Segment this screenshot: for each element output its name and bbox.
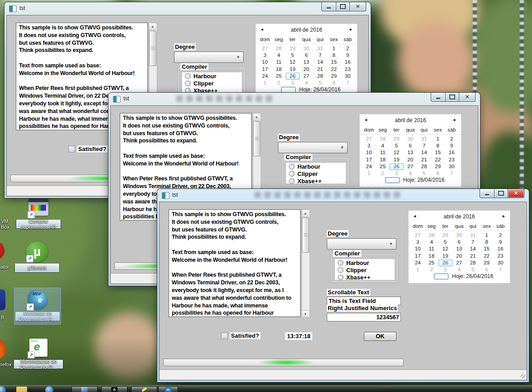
calendar-day[interactable]: 4 (272, 52, 286, 59)
calendar-day-grid[interactable]: 2728293031123456789101112131415161718192… (256, 44, 357, 86)
calendar-day[interactable]: 10 (258, 59, 272, 66)
satisfied-checkbox[interactable]: Satisfied? (68, 146, 108, 152)
calendar-day[interactable]: 6 (404, 142, 418, 149)
close-button[interactable]: ✕ (459, 93, 476, 102)
calendar-day[interactable]: 7 (417, 142, 431, 149)
calendar-day[interactable]: 16 (445, 149, 459, 156)
calendar-day[interactable]: 22 (431, 156, 445, 163)
calendar-day[interactable]: 31 (313, 45, 327, 52)
taskbar-button-in[interactable]: in (158, 386, 178, 392)
calendar-day[interactable]: 28 (466, 260, 480, 266)
calendar-day[interactable]: 23 (445, 156, 459, 163)
calendar-day[interactable]: 3 (362, 142, 376, 149)
calendar-day[interactable]: 8 (480, 239, 494, 246)
desktop-icon-label-ator[interactable]: ator (0, 264, 9, 270)
calendar-day[interactable]: 14 (313, 59, 327, 66)
calendar-day[interactable]: 20 (452, 253, 466, 260)
scrollbar-thumb[interactable] (149, 31, 156, 66)
calendar-day[interactable]: 12 (286, 59, 300, 66)
calendar-day[interactable]: 27 (452, 260, 466, 266)
window-tst-front[interactable]: tst ✕ This sample is to show GTWVG possi… (157, 189, 529, 382)
calendar-today-label[interactable]: Hoje: 26/04/2016 (452, 273, 493, 279)
browser-icon[interactable] (45, 386, 53, 392)
minimize-button[interactable] (321, 2, 336, 11)
calendar-day[interactable]: 4 (300, 80, 314, 86)
calendar-day[interactable]: 28 (417, 163, 431, 170)
minimize-button[interactable] (431, 93, 445, 102)
calendar-day[interactable]: 27 (300, 73, 314, 80)
radio-icon[interactable] (289, 171, 295, 177)
calendar-day[interactable]: 28 (425, 232, 439, 239)
calendar-day[interactable]: 28 (313, 73, 327, 80)
radio-option-xbase[interactable]: Xbase++ (338, 274, 395, 281)
calendar-day[interactable]: 16 (341, 59, 355, 66)
calendar-day[interactable]: 16 (494, 246, 508, 252)
calendar-day[interactable]: 12 (390, 149, 404, 156)
desktop-icon-label-refox[interactable]: refox (0, 362, 11, 368)
ok-button[interactable]: OK (364, 332, 396, 341)
calendar-day[interactable]: 24 (362, 163, 376, 170)
scroll-down-icon[interactable]: ▼ (302, 310, 309, 317)
scroll-up-icon[interactable]: ▲ (149, 23, 156, 30)
calendar-day[interactable]: 17 (258, 66, 272, 73)
desktop-icon-comprar-hp[interactable]: ↗ Comprar suprimentos HP (16, 198, 61, 229)
calendar-day[interactable]: 13 (300, 59, 314, 66)
start-orb-icon[interactable] (0, 386, 6, 392)
calendar-next-icon[interactable]: ► (349, 27, 353, 32)
maximize-button[interactable] (336, 2, 350, 11)
calendar-day[interactable]: 3 (286, 80, 300, 86)
calendar-day[interactable]: 27 (404, 163, 418, 170)
calendar-day[interactable]: 2 (341, 45, 355, 52)
calendar-day[interactable]: 18 (425, 253, 439, 260)
radio-icon[interactable] (289, 164, 295, 170)
calendar-day[interactable]: 19 (438, 253, 452, 260)
degree-combobox[interactable]: ▼ (278, 142, 348, 153)
calendar-day[interactable]: 25 (376, 163, 390, 170)
calendar-day[interactable]: 21 (417, 156, 431, 163)
calendar-day[interactable]: 23 (341, 66, 355, 73)
calendar-day[interactable]: 27 (411, 232, 425, 239)
degree-combobox[interactable]: ▼ (174, 52, 244, 63)
scroll-up-icon[interactable]: ▲ (253, 113, 260, 121)
calendar-day[interactable]: 1 (480, 232, 494, 239)
calendar-day[interactable]: 2 (272, 80, 286, 86)
calendar-day[interactable]: 29 (438, 232, 452, 239)
calendar-day[interactable]: 11 (376, 149, 390, 156)
calendar-day[interactable]: 5 (438, 239, 452, 246)
calendar-today-label[interactable]: Hoje: 26/04/2016 (299, 86, 340, 93)
calendar-day[interactable]: 29 (327, 73, 341, 80)
calendar-prev-icon[interactable]: ◄ (260, 27, 264, 32)
calendar-day[interactable]: 1 (431, 136, 445, 142)
radio-option-xbase[interactable]: Xbase++ (289, 178, 346, 184)
calendar-day[interactable]: 18 (376, 156, 390, 163)
calendar-day[interactable]: 13 (404, 149, 418, 156)
calendar-day[interactable]: 22 (480, 253, 494, 260)
calendar-day[interactable]: 1 (411, 266, 425, 273)
calendar-day[interactable]: 3 (390, 170, 404, 177)
month-calendar[interactable]: ◄ abril de 2016 ► domsegterquaquisexsáb … (255, 24, 358, 97)
calendar-day[interactable]: 9 (341, 52, 355, 59)
calendar-day-grid[interactable]: 2728293031123456789101112131415161718192… (409, 231, 510, 273)
close-button[interactable]: ✕ (350, 2, 366, 11)
calendar-day[interactable]: 8 (431, 142, 445, 149)
calendar-day-grid[interactable]: 2728293031123456789101112131415161718192… (360, 135, 461, 177)
radio-option-harbour[interactable]: Harbour (185, 73, 242, 80)
calendar-day[interactable]: 6 (327, 80, 341, 86)
desktop-icon-label-b[interactable]: B (1, 315, 4, 321)
calendar-day[interactable]: 27 (258, 45, 272, 52)
month-calendar[interactable]: ◄ abril de 2016 ► domsegterquaquisexsáb … (359, 114, 461, 187)
calendar-day[interactable]: 6 (480, 266, 494, 273)
calendar-day[interactable]: 10 (411, 246, 425, 252)
close-button[interactable]: ✕ (508, 189, 524, 198)
calendar-day[interactable]: 28 (272, 45, 286, 52)
calendar-day[interactable]: 7 (341, 80, 355, 86)
minimize-button[interactable] (480, 189, 494, 198)
calendar-day[interactable]: 23 (494, 253, 508, 260)
calendar-day[interactable]: 24 (258, 73, 272, 80)
desktop-icon-label-vmbox[interactable]: VMBox (1, 218, 9, 230)
calendar-prev-icon[interactable]: ◄ (413, 214, 417, 218)
calendar-today-box[interactable] (434, 274, 448, 279)
radio-option-clipper[interactable]: Clipper (289, 170, 346, 177)
taskbar-button-display[interactable] (71, 386, 98, 392)
calendar-day[interactable]: 20 (404, 156, 418, 163)
